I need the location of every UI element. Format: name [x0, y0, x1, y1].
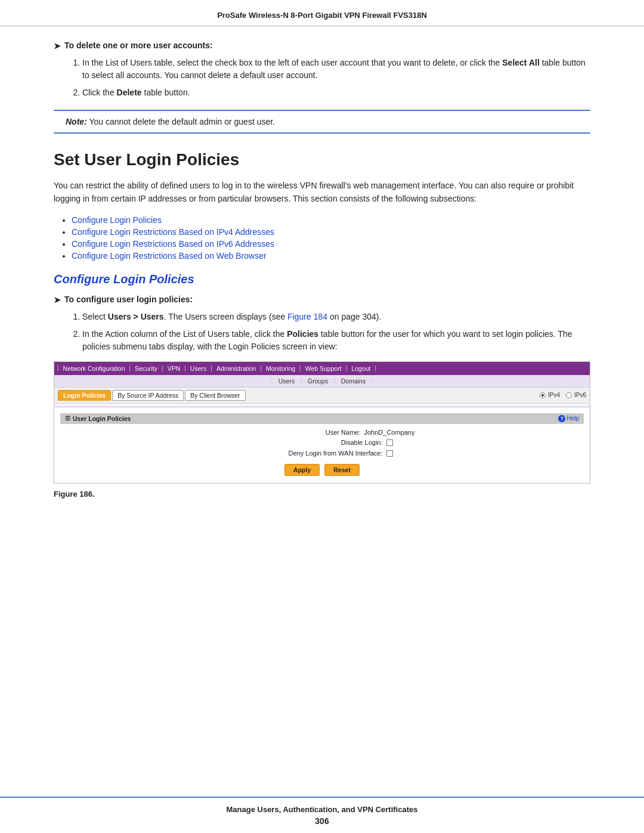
delete-step-2: Click the Delete table button.: [82, 86, 590, 99]
sc-section-icon: ☰: [65, 415, 70, 422]
sc-reset-button[interactable]: Reset: [324, 464, 360, 476]
link-configure-login-policies[interactable]: Configure Login Policies: [72, 215, 162, 225]
sc-subnav-users[interactable]: Users: [275, 377, 298, 385]
note-label: Note:: [66, 117, 87, 126]
bullet-link-item-1: Configure Login Policies: [72, 215, 590, 225]
section-intro: You can restrict the ability of defined …: [54, 179, 590, 206]
cfg-step1-rest: on page 304).: [327, 312, 381, 321]
cfg-step1-bold: Users > Users: [108, 312, 164, 321]
cfg-step1-prefix: Select: [82, 312, 108, 321]
sc-separator: [54, 405, 590, 408]
cfg-step2-bold: Policies: [287, 329, 318, 339]
sc-form-username-row: User Name: JohnD_Company: [60, 429, 584, 436]
sc-nav-logout[interactable]: Logout: [348, 364, 373, 373]
delete-heading-text: To delete one or more user accounts:: [64, 41, 213, 50]
cfg-step1-link[interactable]: Figure 184: [287, 312, 327, 321]
footer-title: Manage Users, Authentication, and VPN Ce…: [48, 805, 596, 814]
note-text: You cannot delete the default admin or g…: [87, 117, 275, 126]
sc-ipv6-label: IPv6: [574, 392, 586, 398]
sc-nav-websupport[interactable]: Web Support: [302, 364, 345, 373]
sc-subnav-domains[interactable]: Domains: [338, 377, 369, 385]
sc-form-deny-wan-row: Deny Login from WAN Interface:: [60, 449, 584, 457]
sc-ipv-row: IPv4 IPv6: [540, 392, 586, 398]
content-area: ➤ To delete one or more user accounts: I…: [0, 26, 644, 797]
sc-nav-network[interactable]: Network Configuration: [60, 364, 128, 373]
configure-steps: Select Users > Users. The Users screen d…: [82, 311, 590, 353]
delete-heading: ➤ To delete one or more user accounts:: [54, 41, 590, 51]
sc-tab-login-policies[interactable]: Login Policies: [58, 390, 111, 401]
link-configure-ipv4[interactable]: Configure Login Restrictions Based on IP…: [72, 227, 274, 237]
sc-username-value: JohnD_Company: [364, 429, 415, 436]
configure-arrow-icon: ➤: [54, 295, 61, 305]
bullet-link-item-4: Configure Login Restrictions Based on We…: [72, 251, 590, 261]
sc-username-label: User Name:: [230, 429, 361, 436]
sc-subnav: :: Users :: Groups :: Domains ::: [54, 375, 590, 388]
top-header: ProSafe Wireless-N 8-Port Gigabit VPN Fi…: [0, 0, 644, 26]
figure-label: Figure 186.: [54, 490, 590, 498]
sc-apply-button[interactable]: Apply: [284, 464, 320, 476]
sc-subnav-sep-3: ::: [333, 377, 336, 384]
configure-step-1: Select Users > Users. The Users screen d…: [82, 311, 590, 323]
sc-section-title: User Login Policies: [73, 415, 131, 422]
arrow-icon: ➤: [54, 41, 61, 51]
sc-tab-client-browser[interactable]: By Client Browser: [185, 390, 245, 401]
sc-nav-sep-3: |: [184, 365, 187, 371]
sc-help-button[interactable]: ? Help: [558, 415, 579, 422]
cfg-step1-rest-prefix: . The Users screen displays (see: [164, 312, 288, 321]
sc-ipv4-label: IPv4: [548, 392, 560, 398]
sc-disable-label: Disable Login:: [252, 439, 383, 446]
sc-section-label: ☰ User Login Policies: [65, 415, 131, 422]
sc-help-label: Help: [566, 415, 579, 422]
header-title: ProSafe Wireless-N 8-Port Gigabit VPN Fi…: [217, 11, 427, 20]
sc-subnav-sep-1: ::: [270, 377, 274, 384]
subsection-title: Configure Login Policies: [54, 272, 590, 286]
sc-nav-sep-2: |: [161, 365, 164, 371]
step2-bold: Delete: [117, 88, 142, 97]
sc-nav-admin[interactable]: Administration: [213, 364, 259, 373]
step2-prefix: Click the: [82, 88, 117, 97]
page-wrapper: ProSafe Wireless-N 8-Port Gigabit VPN Fi…: [0, 0, 644, 833]
sc-button-row: Apply Reset: [60, 464, 584, 476]
note-box: Note: You cannot delete the default admi…: [54, 110, 590, 134]
link-configure-ipv6[interactable]: Configure Login Restrictions Based on IP…: [72, 239, 274, 249]
sc-nav-sep-7: |: [345, 365, 348, 371]
sc-tabs-row: Login Policies By Source IP Address By C…: [54, 388, 590, 404]
sc-disable-checkbox-wrapper: [386, 439, 393, 447]
sc-body: ☰ User Login Policies ? Help User Name: …: [54, 410, 590, 483]
bottom-footer: Manage Users, Authentication, and VPN Ce…: [0, 797, 644, 833]
screenshot-container: | Network Configuration | Security | VPN…: [54, 361, 590, 484]
sc-help-circle-icon: ?: [558, 415, 565, 422]
sc-navbar: | Network Configuration | Security | VPN…: [54, 362, 590, 375]
sc-nav-users[interactable]: Users: [187, 364, 209, 373]
sc-nav-sep-start: |: [57, 365, 60, 371]
link-configure-browser[interactable]: Configure Login Restrictions Based on We…: [72, 251, 267, 261]
step2-suffix: table button.: [142, 88, 190, 97]
delete-steps: In the List of Users table, select the c…: [82, 57, 590, 99]
sc-subnav-sep-2: ::: [299, 377, 303, 384]
step1-bold: Select All: [502, 58, 540, 67]
sc-nav-sep-5: |: [259, 365, 262, 371]
cfg-step2-prefix: In the Action column of the List of User…: [82, 329, 287, 339]
configure-step-2: In the Action column of the List of User…: [82, 328, 590, 353]
sc-deny-wan-label: Deny Login from WAN Interface:: [252, 450, 383, 457]
sc-gray-bar: ☰ User Login Policies ? Help: [60, 413, 584, 424]
sc-nav-monitoring[interactable]: Monitoring: [263, 364, 298, 373]
sc-nav-vpn[interactable]: VPN: [165, 364, 184, 373]
sc-nav-sep-4: |: [210, 365, 213, 371]
bullet-link-item-2: Configure Login Restrictions Based on IP…: [72, 227, 590, 237]
sc-ipv4-radio[interactable]: [540, 392, 546, 398]
sc-nav-sep-end: |: [374, 365, 377, 371]
sc-nav-sep-1: |: [129, 365, 132, 371]
sc-deny-wan-checkbox[interactable]: [386, 450, 393, 457]
sc-tab-source-ip[interactable]: By Source IP Address: [112, 390, 184, 401]
sc-subnav-sep-4: ::: [370, 377, 374, 384]
sc-deny-wan-checkbox-wrapper: [386, 449, 393, 457]
footer-page: 306: [48, 816, 596, 826]
delete-step-1: In the List of Users table, select the c…: [82, 57, 590, 82]
sc-disable-checkbox[interactable]: [386, 439, 393, 446]
sc-ipv6-radio[interactable]: [566, 392, 572, 398]
sc-subnav-groups[interactable]: Groups: [304, 377, 332, 385]
delete-section: ➤ To delete one or more user accounts: I…: [54, 41, 590, 99]
section-title: Set User Login Policies: [54, 150, 590, 169]
sc-nav-security[interactable]: Security: [132, 364, 160, 373]
